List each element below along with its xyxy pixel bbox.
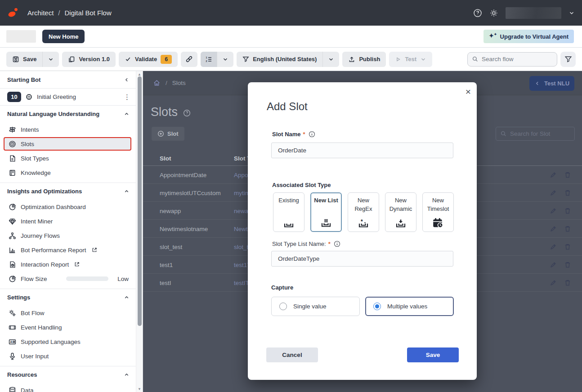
help-circle-icon[interactable]: [183, 109, 191, 117]
chevron-up-icon[interactable]: [124, 188, 130, 194]
slot-type-list-name-input[interactable]: [271, 251, 453, 267]
gear-icon[interactable]: [489, 9, 498, 18]
tab-redacted[interactable]: [6, 30, 36, 43]
chevron-left-icon[interactable]: [124, 77, 130, 83]
sidebar-item-slot-types[interactable]: Slot Types: [0, 151, 136, 165]
edit-icon[interactable]: [550, 207, 557, 214]
publish-button[interactable]: Publish: [342, 52, 386, 67]
sidebar-item-flow-size[interactable]: Flow Size Low: [0, 272, 136, 286]
test-button: Test: [389, 52, 432, 67]
edit-icon[interactable]: [550, 279, 557, 286]
edit-icon[interactable]: [550, 189, 557, 196]
funnel-icon: [242, 56, 249, 62]
delete-icon[interactable]: [564, 189, 571, 196]
slot-type-card-existing[interactable]: Existing: [273, 192, 304, 232]
scrollbar-thumb[interactable]: [138, 76, 142, 326]
slot-type-card-new-dynamic[interactable]: New Dynamic: [385, 192, 416, 232]
svg-text:A: A: [10, 340, 12, 343]
slot-type-card-new-regex[interactable]: New RegEx *: [348, 192, 379, 232]
edit-icon[interactable]: [550, 171, 557, 178]
sidebar-item-bot-flow[interactable]: Bot Flow: [0, 306, 136, 320]
delete-icon[interactable]: [564, 279, 571, 286]
new-home-button[interactable]: New Home: [42, 30, 85, 43]
radio-unchecked-icon[interactable]: [279, 303, 287, 310]
validate-button[interactable]: Validate 6: [119, 52, 178, 67]
required-asterisk: *: [303, 131, 305, 138]
link-button[interactable]: [181, 52, 197, 67]
chevron-up-icon[interactable]: [124, 372, 130, 378]
search-flow-input[interactable]: [482, 56, 549, 62]
sidebar-item-interaction-report[interactable]: Interaction Report: [0, 257, 136, 272]
section-starting-bot[interactable]: Starting Bot: [0, 71, 136, 88]
delete-icon[interactable]: [564, 243, 571, 250]
info-icon[interactable]: [334, 241, 340, 247]
edit-icon[interactable]: [550, 243, 557, 250]
search-slot-input[interactable]: [510, 130, 569, 137]
plus-circle-icon: [157, 130, 164, 137]
home-icon[interactable]: [153, 79, 161, 87]
link-icon: [185, 55, 193, 63]
flow-filter-button[interactable]: [560, 52, 576, 67]
required-asterisk: *: [328, 241, 331, 247]
flow-title: Digital Bot Flow: [65, 9, 112, 17]
sidebar-scrollbar[interactable]: ▲ ▼: [136, 71, 143, 392]
slot-type-card-new-list[interactable]: New List: [310, 192, 342, 232]
cancel-button[interactable]: Cancel: [266, 347, 318, 362]
section-resources[interactable]: Resources: [0, 366, 136, 383]
slot-type-card-new-timeslot[interactable]: New Timeslot: [422, 192, 454, 232]
sidebar-item-journey-flows[interactable]: Journey Flows: [0, 228, 136, 243]
user-name-redacted[interactable]: [506, 7, 561, 19]
sidebar-item-knowledge[interactable]: Knowledge: [0, 165, 136, 180]
kebab-menu-icon[interactable]: ⋮: [124, 94, 130, 100]
edit-icon[interactable]: [550, 225, 557, 232]
bullseye-icon: [9, 140, 16, 148]
save-button[interactable]: Save: [6, 52, 42, 67]
sidebar-item-bot-performance-report[interactable]: Bot Performance Report: [0, 243, 136, 257]
tray-list-icon: [320, 219, 332, 228]
delete-icon[interactable]: [564, 207, 571, 214]
save-button[interactable]: Save: [407, 347, 459, 362]
language-selector[interactable]: English (United States): [237, 52, 322, 67]
view-menu-button[interactable]: [217, 52, 233, 67]
close-icon[interactable]: ×: [466, 87, 471, 96]
section-nlu[interactable]: Natural Language Understanding: [0, 105, 136, 122]
sidebar-item-slots[interactable]: Slots: [4, 137, 131, 151]
version-button[interactable]: Version 1.0: [62, 52, 116, 67]
toolbox-view-button[interactable]: 1 2: [201, 52, 217, 67]
radio-checked-icon[interactable]: [373, 303, 381, 310]
save-menu-button[interactable]: [42, 52, 59, 67]
add-slot-button[interactable]: Slot: [152, 127, 184, 141]
delete-icon[interactable]: [564, 261, 571, 268]
chevron-up-icon[interactable]: [124, 294, 130, 300]
search-slot-box: [496, 127, 575, 141]
edit-icon[interactable]: [550, 261, 557, 268]
section-insights[interactable]: Insights and Optimizations: [0, 183, 136, 200]
language-menu-button[interactable]: [322, 52, 339, 67]
sidebar-item-user-input[interactable]: User Input: [0, 349, 136, 363]
capture-option-multiple[interactable]: Multiple values: [365, 297, 454, 316]
slot-name-input[interactable]: [271, 143, 453, 158]
chevron-down-icon[interactable]: [569, 10, 575, 16]
sidebar-item-optimization-dashboard[interactable]: Optimization Dashboard: [0, 200, 136, 214]
column-slot: Slot: [160, 155, 171, 161]
help-icon[interactable]: [473, 9, 482, 18]
upgrade-virtual-agent-button[interactable]: ✦✦ Upgrade to Virtual Agent: [484, 30, 574, 43]
test-nlu-button[interactable]: Test NLU: [529, 76, 574, 91]
sidebar-item-event-handling[interactable]: Event Handling: [0, 320, 136, 334]
flow-toolbar: Save Version 1.0 Validate 6: [0, 48, 582, 71]
delete-icon[interactable]: [564, 225, 571, 232]
capture-option-single[interactable]: Single value: [271, 297, 360, 316]
scroll-down-icon[interactable]: ▼: [136, 386, 143, 392]
sidebar-item-intent-miner[interactable]: Intent Miner: [0, 214, 136, 228]
chevron-up-icon[interactable]: [124, 111, 130, 117]
delete-icon[interactable]: [564, 171, 571, 178]
info-icon[interactable]: [309, 131, 315, 138]
section-settings[interactable]: Settings: [0, 289, 136, 306]
breadcrumb-current: Slots: [172, 80, 186, 86]
app-title: Architect: [27, 9, 54, 17]
sidebar-item-data[interactable]: Data: [0, 383, 136, 392]
sidebar-item-initial-greeting[interactable]: 10 Initial Greeting ⋮: [0, 88, 136, 105]
gears-icon: [9, 309, 16, 317]
sidebar-item-intents[interactable]: Intents: [0, 122, 136, 137]
sidebar-item-supported-languages[interactable]: A x Supported Languages: [0, 334, 136, 349]
